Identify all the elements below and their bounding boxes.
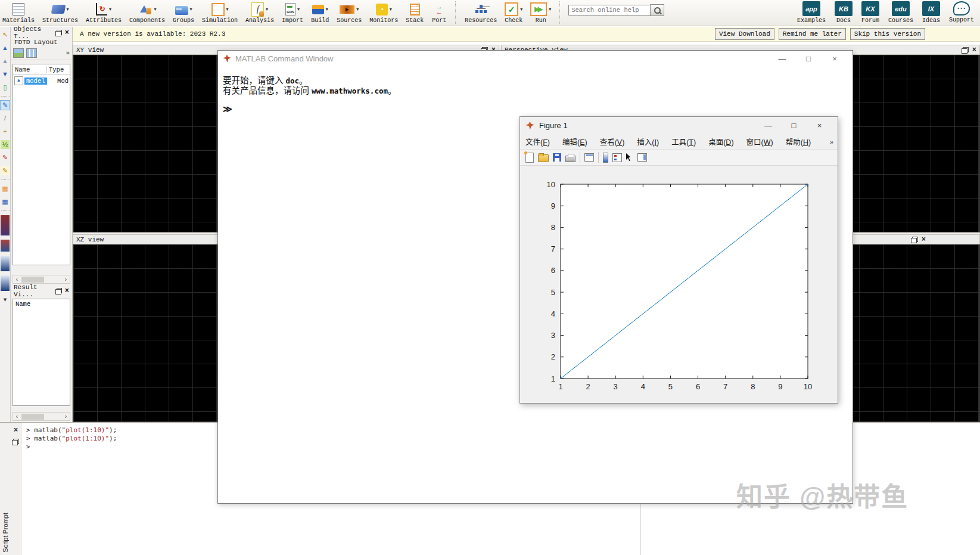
- scroll-right-arrow-icon[interactable]: ›: [62, 275, 70, 283]
- fdtd-layout-tab[interactable]: FDTD Layout: [11, 38, 72, 47]
- objects-tree-hscrollbar[interactable]: ‹ ›: [13, 275, 70, 284]
- toolbar-item-check[interactable]: ✓▾Check: [505, 1, 522, 24]
- dropdown-arrows-icon[interactable]: ▾: [1, 295, 10, 304]
- close-panel-icon[interactable]: ×: [972, 46, 976, 54]
- ruler-icon[interactable]: ½: [1, 140, 10, 149]
- select-pointer-icon[interactable]: ↖: [1, 30, 10, 39]
- toolbar-item-resources[interactable]: Resources: [465, 1, 497, 24]
- object-name[interactable]: model: [24, 77, 47, 85]
- float-panel-icon[interactable]: [912, 237, 918, 242]
- colorbar-icon[interactable]: [603, 153, 608, 163]
- scrollbar-thumb[interactable]: [21, 414, 44, 420]
- delete-icon[interactable]: ▯: [1, 83, 10, 92]
- print-preview-icon[interactable]: [584, 153, 594, 162]
- zoom-in-icon[interactable]: ▲: [1, 44, 10, 52]
- edit-red-icon[interactable]: ✎: [1, 153, 10, 162]
- toolbar-item-port[interactable]: Port: [431, 1, 447, 24]
- menu-t[interactable]: 工具(T): [671, 136, 696, 147]
- toolbar-item-simulation[interactable]: ▾Simulation: [202, 1, 238, 24]
- layout-view-icon[interactable]: [13, 48, 24, 58]
- menu-f[interactable]: 文件(F): [525, 136, 550, 147]
- open-file-icon[interactable]: [538, 154, 549, 162]
- close-panel-icon[interactable]: ×: [922, 236, 926, 243]
- menu-h[interactable]: 帮助(H): [786, 136, 811, 147]
- close-button[interactable]: ×: [807, 121, 832, 130]
- toolbar-item-sources[interactable]: ►▾Sources: [337, 1, 362, 24]
- toolbar-item-attributes[interactable]: ↻▾Attributes: [86, 1, 122, 24]
- help-item-examples[interactable]: appExamples: [797, 1, 826, 24]
- legend-icon[interactable]: [612, 153, 622, 162]
- float-panel-icon[interactable]: [57, 30, 61, 35]
- matlab-window-titlebar[interactable]: MATLAB Command Window — □ ×: [218, 51, 853, 66]
- help-item-forum[interactable]: KXForum: [861, 1, 879, 24]
- result-view-hscrollbar[interactable]: ‹ ›: [13, 412, 70, 421]
- column-header-name[interactable]: Name: [13, 66, 46, 73]
- adjust-tool-icon[interactable]: /: [1, 114, 10, 123]
- toolbar-item-monitors[interactable]: ◔▾Monitors: [369, 1, 398, 24]
- close-panel-icon[interactable]: ×: [65, 29, 69, 36]
- dropdown-caret-icon[interactable]: ▾: [356, 7, 359, 12]
- dock-figure-icon[interactable]: [637, 153, 647, 162]
- menu-e[interactable]: 编辑(E): [562, 136, 587, 147]
- toolbar-item-components[interactable]: ▾Components: [129, 1, 165, 24]
- matlab-console-output[interactable]: 要开始，请键入 doc。 有关产品信息，请访问 www.mathworks.co…: [218, 66, 853, 114]
- menu-i[interactable]: 插入(I): [637, 136, 659, 147]
- mesh-edit-icon[interactable]: ✎: [1, 166, 10, 175]
- material-swatch-2-icon[interactable]: [1, 240, 10, 252]
- dropdown-caret-icon[interactable]: ▾: [520, 7, 522, 12]
- gradient-bar-icon[interactable]: [1, 256, 10, 271]
- search-input[interactable]: [568, 5, 650, 15]
- toolbar-item-stack[interactable]: Stack: [406, 1, 424, 24]
- grid-table-icon[interactable]: ▦: [1, 197, 10, 206]
- menu-overflow-chevron[interactable]: »: [830, 138, 833, 145]
- toolbar-item-analysis[interactable]: f▾Analysis: [245, 1, 274, 24]
- toolbar-item-import[interactable]: GDS▾Import: [282, 1, 303, 24]
- grid-icon[interactable]: ▦: [1, 184, 10, 193]
- maximize-button[interactable]: □: [795, 54, 822, 63]
- line-plot[interactable]: 1234567891012345678910: [520, 166, 838, 403]
- minimize-button[interactable]: —: [755, 121, 781, 130]
- minimize-button[interactable]: —: [769, 54, 795, 63]
- close-panel-icon[interactable]: ×: [65, 287, 69, 294]
- pan-icon[interactable]: +: [1, 127, 10, 136]
- help-item-docs[interactable]: KBDocs: [835, 1, 853, 24]
- float-panel-icon[interactable]: [963, 47, 969, 52]
- dropdown-caret-icon[interactable]: ▾: [226, 7, 229, 12]
- figure-window[interactable]: Figure 1 — □ × 文件(F)编辑(E)查看(V)插入(I)工具(T)…: [519, 116, 838, 404]
- menu-v[interactable]: 查看(V): [600, 136, 625, 147]
- menu-w[interactable]: 窗口(W): [746, 136, 773, 147]
- scrollbar-thumb[interactable]: [21, 277, 44, 283]
- dropdown-caret-icon[interactable]: ▾: [190, 7, 192, 12]
- toolbar-item-groups[interactable]: ▾Groups: [173, 1, 194, 24]
- save-figure-icon[interactable]: [553, 153, 561, 162]
- new-figure-icon[interactable]: [525, 153, 534, 163]
- scroll-left-arrow-icon[interactable]: ‹: [13, 275, 21, 283]
- figure-window-titlebar[interactable]: Figure 1 — □ ×: [520, 117, 838, 134]
- gradient-bar-2-icon[interactable]: [1, 275, 10, 291]
- dropdown-caret-icon[interactable]: ▾: [390, 7, 392, 12]
- cursor-icon[interactable]: [626, 153, 633, 162]
- menu-d[interactable]: 桌面(D): [708, 136, 733, 147]
- skip-this-version-button[interactable]: Skip this version: [850, 28, 925, 40]
- view-download-button[interactable]: View Download: [715, 28, 774, 40]
- column-header-type[interactable]: Type: [46, 66, 70, 73]
- toolbar-item-materials[interactable]: Materials: [2, 1, 35, 24]
- toolbar-overflow-chevron[interactable]: »: [66, 49, 70, 57]
- dropdown-caret-icon[interactable]: ▾: [109, 7, 111, 12]
- close-button[interactable]: ×: [822, 54, 848, 63]
- help-item-ideas[interactable]: IXIdeas: [922, 1, 940, 24]
- dropdown-caret-icon[interactable]: ▾: [67, 7, 69, 12]
- edit-select-icon[interactable]: ✎: [1, 101, 10, 110]
- help-item-support[interactable]: ···Support: [949, 1, 974, 24]
- help-item-courses[interactable]: eduCourses: [888, 1, 913, 24]
- object-tree-row[interactable]: ▲modelMod: [13, 75, 70, 86]
- toolbar-item-run[interactable]: ▶▶▾Run: [530, 1, 551, 24]
- toolbar-item-build[interactable]: ▾Build: [311, 1, 329, 24]
- scroll-right-arrow-icon[interactable]: ›: [62, 413, 70, 420]
- print-figure-icon[interactable]: [565, 156, 575, 162]
- maximize-button[interactable]: □: [781, 121, 807, 130]
- layout-split-icon[interactable]: [26, 48, 37, 58]
- dropdown-caret-icon[interactable]: ▾: [266, 7, 268, 12]
- float-panel-icon[interactable]: [13, 439, 19, 444]
- dropdown-caret-icon[interactable]: ▾: [549, 7, 551, 12]
